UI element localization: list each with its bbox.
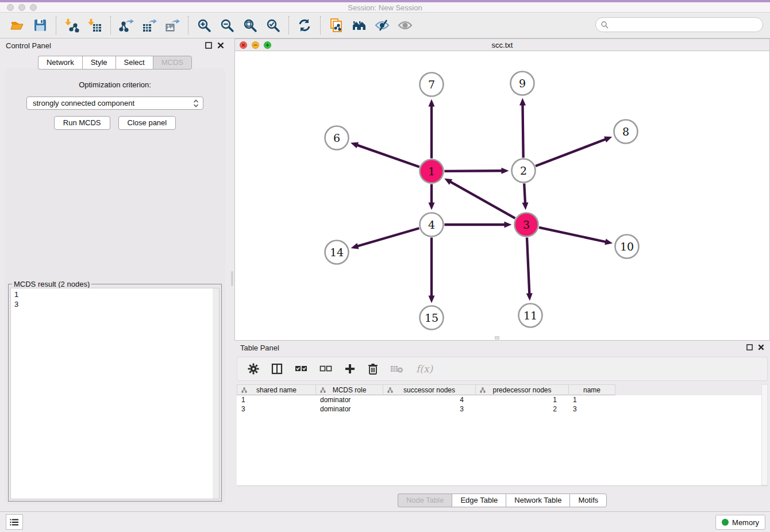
search-input[interactable] xyxy=(611,21,763,29)
edge-2-3[interactable] xyxy=(524,183,525,203)
tab-style[interactable]: Style xyxy=(82,56,116,70)
edge-3-10[interactable] xyxy=(539,228,606,242)
graph-node-label-2: 2 xyxy=(520,164,527,177)
edge-3-11[interactable] xyxy=(527,237,529,294)
column-header-label: successor nodes xyxy=(403,386,455,394)
edge-arrow-3-11 xyxy=(526,293,533,300)
run-mcds-button[interactable]: Run MCDS xyxy=(54,116,110,130)
column-type-icon xyxy=(320,387,326,393)
tab-network[interactable]: Network xyxy=(38,56,82,70)
zoom-selected-icon[interactable] xyxy=(261,14,284,36)
edge-1-2[interactable] xyxy=(444,171,502,171)
edge-1-6[interactable] xyxy=(356,145,419,167)
main-toolbar xyxy=(0,13,770,38)
function-builder-icon[interactable]: f(x) xyxy=(416,363,433,375)
show-all-icon[interactable] xyxy=(394,14,417,36)
add-column-icon[interactable] xyxy=(344,363,356,375)
canvas-grip[interactable] xyxy=(495,336,499,340)
table-row-1[interactable]: 1dominator411 xyxy=(237,395,761,404)
cell-predecessor-nodes[interactable]: 1 xyxy=(475,395,568,404)
mcds-result-area[interactable]: 1 3 xyxy=(10,288,220,499)
column-header-successor-nodes[interactable]: successor nodes xyxy=(383,384,475,395)
result-scrollbar[interactable] xyxy=(213,288,219,499)
tab-network-table[interactable]: Network Table xyxy=(506,494,569,507)
column-header-predecessor-nodes[interactable]: predecessor nodes xyxy=(475,384,568,395)
close-panel-button[interactable]: Close panel xyxy=(118,116,176,130)
edge-arrow-2-8 xyxy=(604,137,612,142)
zoom-out-icon[interactable] xyxy=(215,14,238,36)
network-canvas[interactable]: 7968124314101511 xyxy=(235,51,769,340)
search-box[interactable] xyxy=(595,17,763,32)
table-body-background xyxy=(237,414,761,485)
destroy-table-icon[interactable] xyxy=(390,364,404,373)
import-network-icon[interactable] xyxy=(60,14,83,36)
cell-MCDS-role[interactable]: dominator xyxy=(315,395,383,404)
cell-name[interactable]: 3 xyxy=(568,404,615,414)
column-header-label: shared name xyxy=(256,386,297,394)
table-scrollbar[interactable] xyxy=(761,384,768,485)
import-table-icon[interactable] xyxy=(83,14,106,36)
cell-successor-nodes[interactable]: 3 xyxy=(383,404,475,414)
zoom-fit-icon[interactable] xyxy=(238,14,261,36)
edge-arrow-2-9 xyxy=(519,98,526,105)
graph-node-label-7: 7 xyxy=(428,78,435,91)
cell-predecessor-nodes[interactable]: 2 xyxy=(475,404,568,414)
memory-status-icon xyxy=(722,519,729,526)
float-table-panel-icon[interactable] xyxy=(746,344,753,350)
graph-node-label-9: 9 xyxy=(519,77,526,90)
cell-name[interactable]: 1 xyxy=(568,395,615,404)
tab-motifs[interactable]: Motifs xyxy=(569,494,607,507)
edge-2-8[interactable] xyxy=(536,139,606,166)
column-header-name[interactable]: name xyxy=(568,384,615,395)
edge-3-1[interactable] xyxy=(450,182,515,218)
show-columns-icon[interactable] xyxy=(271,363,283,375)
table-options-icon[interactable] xyxy=(248,363,259,375)
edge-arrow-1-2 xyxy=(501,168,509,174)
save-session-icon[interactable] xyxy=(29,14,52,36)
column-header-shared-name[interactable]: shared name xyxy=(237,384,315,395)
clone-network-icon[interactable] xyxy=(325,14,348,36)
float-panel-icon[interactable] xyxy=(205,42,212,49)
cell-MCDS-role[interactable]: dominator xyxy=(315,404,383,414)
list-icon xyxy=(10,518,19,526)
export-table-icon[interactable] xyxy=(138,14,161,36)
task-history-button[interactable] xyxy=(6,514,23,530)
hide-selected-icon[interactable] xyxy=(371,14,394,36)
export-network-icon[interactable] xyxy=(115,14,138,36)
cell-successor-nodes[interactable]: 4 xyxy=(383,395,475,404)
refresh-icon[interactable] xyxy=(293,14,316,36)
first-neighbors-icon[interactable] xyxy=(348,14,371,36)
window-title: Session: New Session xyxy=(0,3,770,12)
graph-node-label-14: 14 xyxy=(330,246,344,259)
unselect-all-icon[interactable] xyxy=(319,364,332,373)
table-row-2[interactable]: 3dominator323 xyxy=(237,404,761,414)
tab-node-table[interactable]: Node Table xyxy=(398,494,452,507)
cell-shared-name[interactable]: 1 xyxy=(237,395,315,404)
table-header-row: shared nameMCDS rolesuccessor nodesprede… xyxy=(237,384,761,395)
edge-4-14[interactable] xyxy=(357,228,419,246)
tab-mcds[interactable]: MCDS xyxy=(153,56,192,70)
splitter-handle[interactable] xyxy=(231,271,233,286)
network-graph[interactable]: 7968124314101511 xyxy=(235,51,769,340)
column-header-label: name xyxy=(583,386,600,394)
toolbar-separator xyxy=(56,16,56,34)
close-table-panel-icon[interactable] xyxy=(758,344,764,350)
table-toolbar: f(x) xyxy=(237,357,768,381)
delete-columns-icon[interactable] xyxy=(368,363,378,375)
control-panel-tabs: NetworkStyleSelectMCDS xyxy=(0,56,230,70)
zoom-in-icon[interactable] xyxy=(192,14,215,36)
vertical-splitter[interactable] xyxy=(230,38,234,511)
open-file-icon[interactable] xyxy=(6,14,29,36)
tab-edge-table[interactable]: Edge Table xyxy=(452,494,506,507)
memory-button[interactable]: Memory xyxy=(715,515,765,530)
tab-select[interactable]: Select xyxy=(116,56,153,70)
criterion-select[interactable]: strongly connected component xyxy=(26,97,203,110)
table-panel-header: Table Panel xyxy=(234,341,770,356)
export-image-icon[interactable] xyxy=(161,14,184,36)
column-header-MCDS-role[interactable]: MCDS role xyxy=(315,384,383,395)
cell-shared-name[interactable]: 3 xyxy=(237,404,315,414)
control-panel-header: Control Panel xyxy=(0,38,230,53)
select-all-icon[interactable] xyxy=(295,364,307,373)
close-panel-icon[interactable] xyxy=(217,42,224,49)
edge-2-9[interactable] xyxy=(522,104,523,157)
